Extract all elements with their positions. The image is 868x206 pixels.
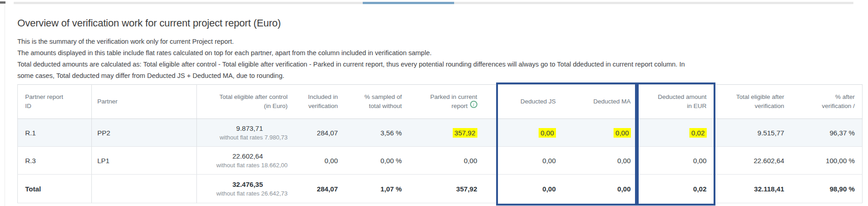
cell-percent-after-verification: 96,37 % bbox=[792, 119, 863, 147]
cell-included-in-verification: 284,07 bbox=[295, 175, 345, 203]
col-header-deducted-js: Deducted JS bbox=[485, 85, 563, 119]
cell-deducted-ma: 0,00 bbox=[563, 147, 638, 175]
col-header-percent-sampled: % sampled of total without bbox=[345, 85, 409, 119]
cell-percent-sampled: 0,00 % bbox=[345, 147, 409, 175]
cell-control-value: 22.602,64 bbox=[197, 152, 263, 160]
cell-control-subtext: without flat rates 18.662,00 bbox=[197, 162, 288, 169]
verification-table: Partner report ID Partner Total eligible… bbox=[17, 84, 863, 203]
table-header-row: Partner report ID Partner Total eligible… bbox=[18, 85, 863, 119]
cell-control-subtext: without flat rates 7.980,73 bbox=[197, 134, 288, 141]
cell-deducted-amount-eur: 0,02 bbox=[638, 175, 714, 203]
cell-total-eligible-after-verification: 22.602,64 bbox=[714, 147, 792, 175]
table-total-row: Total 32.476,35 without flat rates 26.64… bbox=[18, 175, 863, 203]
cell-partner: PP2 bbox=[92, 119, 197, 147]
cell-parked-in-current-report: 0,00 bbox=[409, 147, 485, 175]
cell-partner bbox=[92, 175, 197, 203]
col-header-total-eligible-after-control: Total eligible after control (in Euro) bbox=[197, 85, 295, 119]
description-line-1: This is the summary of the verification … bbox=[17, 36, 868, 47]
col-header-included-in-verification: Included in verification bbox=[295, 85, 345, 119]
verification-table-wrapper: Partner report ID Partner Total eligible… bbox=[17, 84, 862, 203]
col-header-deducted-ma: Deducted MA bbox=[563, 85, 638, 119]
highlighted-value: 0,00 bbox=[614, 128, 630, 138]
cell-included-in-verification: 284,07 bbox=[295, 119, 345, 147]
highlighted-value: 357,92 bbox=[453, 128, 477, 138]
cell-parked-in-current-report: 357,92 bbox=[409, 119, 485, 147]
highlighted-value: 0,02 bbox=[689, 128, 706, 138]
col-header-parked-line2: report bbox=[451, 103, 467, 109]
cell-partner-report-id: R.3 bbox=[18, 147, 92, 175]
cell-deducted-amount-eur: 0,02 bbox=[638, 119, 714, 147]
description-line-3: Total deducted amounts are calculated as… bbox=[17, 59, 868, 70]
page-title: Overview of verification work for curren… bbox=[17, 17, 868, 29]
cell-percent-after-verification: 100,00 % bbox=[792, 147, 863, 175]
cell-control-value: 9.873,71 bbox=[197, 124, 263, 133]
cell-control-value: 32.476,35 bbox=[197, 180, 263, 189]
cell-included-in-verification: 0,00 bbox=[295, 147, 345, 175]
cell-total-label: Total bbox=[18, 175, 92, 203]
highlighted-value: 0,00 bbox=[539, 128, 556, 138]
description-line-4: some cases, Total deducted may differ fr… bbox=[17, 70, 868, 82]
col-header-total-eligible-after-verification: Total eligible after verification bbox=[714, 85, 792, 119]
cell-total-eligible-after-control: 32.476,35 without flat rates 26.642,73 bbox=[197, 175, 295, 203]
col-header-percent-after-verification: % after verification / bbox=[792, 85, 863, 119]
cell-deducted-js: 0,00 bbox=[485, 175, 563, 203]
cell-partner: LP1 bbox=[92, 147, 197, 175]
table-row-r1: R.1 PP2 9.873,71 without flat rates 7.98… bbox=[18, 119, 863, 147]
cell-total-eligible-after-control: 22.602,64 without flat rates 18.662,00 bbox=[197, 147, 295, 175]
cell-deducted-js: 0,00 bbox=[485, 119, 563, 147]
cell-percent-sampled: 1,07 % bbox=[345, 175, 409, 203]
cell-control-subtext: without flat rates 26.642,73 bbox=[197, 190, 288, 197]
description-line-2: The amounts displayed in this table incl… bbox=[17, 47, 868, 59]
verification-overview-panel: Overview of verification work for curren… bbox=[5, 5, 868, 206]
cell-parked-in-current-report: 357,92 bbox=[409, 175, 485, 203]
table-row-r3: R.3 LP1 22.602,64 without flat rates 18.… bbox=[18, 147, 863, 175]
cell-deducted-ma: 0,00 bbox=[563, 175, 638, 203]
top-left-fragment bbox=[0, 1, 5, 4]
cell-deducted-amount-eur: 0,00 bbox=[638, 147, 714, 175]
horizontal-scrollbar-track[interactable] bbox=[14, 2, 853, 4]
col-header-partner: Partner bbox=[92, 85, 197, 119]
horizontal-scrollbar-thumb[interactable] bbox=[363, 2, 454, 4]
cell-percent-after-verification: 98,90 % bbox=[792, 175, 863, 203]
cell-total-eligible-after-verification: 32.118,41 bbox=[714, 175, 792, 203]
cell-total-eligible-after-control: 9.873,71 without flat rates 7.980,73 bbox=[197, 119, 295, 147]
col-header-parked-in-current-report: Parked in current reporti bbox=[409, 85, 485, 119]
cell-deducted-js: 0,00 bbox=[485, 147, 563, 175]
info-icon[interactable]: i bbox=[470, 101, 477, 108]
col-header-partner-report-id: Partner report ID bbox=[18, 85, 92, 119]
cell-total-eligible-after-verification: 9.515,77 bbox=[714, 119, 792, 147]
description: This is the summary of the verification … bbox=[17, 36, 868, 82]
col-header-deducted-amount-eur: Deducted amount in EUR bbox=[638, 85, 714, 119]
cell-deducted-ma: 0,00 bbox=[563, 119, 638, 147]
cell-percent-sampled: 3,56 % bbox=[345, 119, 409, 147]
cell-partner-report-id: R.1 bbox=[18, 119, 92, 147]
